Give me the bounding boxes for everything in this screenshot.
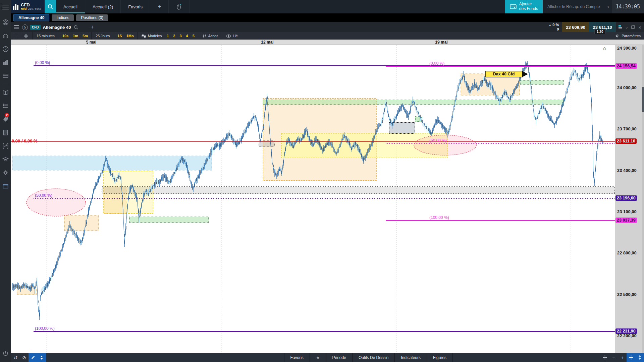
chart-scrollbar[interactable]: [642, 45, 644, 353]
news-icon: [2, 129, 9, 136]
account-mode: CFD: [21, 3, 42, 7]
template-3-button[interactable]: 3: [177, 32, 183, 40]
buy-order-button[interactable]: Achat: [200, 32, 220, 40]
indicators-button[interactable]: Indicateurs: [394, 353, 427, 362]
sell-price-button[interactable]: 23 609,90: [562, 22, 589, 32]
erase-drawing-icon[interactable]: ⊘: [20, 353, 29, 362]
drawn-zone[interactable]: [259, 141, 274, 147]
tf-10s-button[interactable]: 10s: [60, 32, 70, 40]
drawn-zone[interactable]: [129, 217, 209, 223]
sidebar-item-support[interactable]: [0, 29, 11, 42]
sidebar-item-account[interactable]: [0, 15, 11, 29]
zoom-out-button[interactable]: −: [609, 353, 618, 362]
sidebar-item-stats[interactable]: [0, 56, 11, 69]
zoom-in-button[interactable]: +: [618, 353, 627, 362]
sidebar-item-settings[interactable]: [0, 166, 11, 179]
crosshair-icon[interactable]: [627, 353, 635, 362]
minimize-window-icon[interactable]: ⌄: [625, 25, 628, 29]
sidebar-item-offers[interactable]: 2: [0, 112, 11, 126]
chart-settings-button[interactable]: Paramètres: [615, 34, 644, 38]
sidebar-item-logout[interactable]: [0, 347, 11, 360]
linked-toggle[interactable]: Lié: [223, 32, 240, 40]
chart-window-header: 5 CFD Allemagne 40 + ▲ 0 % 0 23 609,90 2…: [11, 22, 644, 32]
template-1-button[interactable]: 1: [165, 32, 171, 40]
fit-vertical-icon[interactable]: [635, 353, 644, 362]
scrollbar-thumb[interactable]: [642, 87, 644, 112]
collapse-header-button[interactable]: ‹: [604, 0, 611, 13]
account-summary-link[interactable]: Afficher le Récap. du Compte: [543, 0, 605, 13]
price-tick-label: 24 300,00: [617, 46, 637, 51]
tf-1m-button[interactable]: 1m: [71, 32, 80, 40]
templates-button[interactable]: Modèles: [139, 32, 165, 40]
sidebar-item-markets[interactable]: [0, 139, 11, 153]
tab-accueil[interactable]: Accueil: [56, 0, 85, 13]
undo-icon[interactable]: ↺: [11, 353, 20, 362]
tab-allemagne-40[interactable]: Allemagne 40: [13, 14, 49, 21]
price-level-badge: 24 156,54: [615, 63, 637, 69]
reset-view-home-icon[interactable]: ⌂: [603, 45, 606, 51]
sidebar-item-workspace[interactable]: [0, 179, 11, 193]
drawing-tools-button[interactable]: Outils De Dessin: [352, 353, 394, 362]
draw-mode-icon[interactable]: [29, 353, 37, 362]
drawn-zone[interactable]: [263, 100, 564, 105]
cursor-mode-icon[interactable]: [37, 353, 46, 362]
trading-platform: { "topbar": { "brand": "CFD", "account_t…: [0, 0, 644, 362]
pan-chart-icon[interactable]: [600, 353, 609, 362]
favorites-star-button[interactable]: ★: [310, 353, 326, 362]
popout-window-icon[interactable]: [631, 25, 635, 30]
price-level-badge: 23 196,60: [615, 195, 637, 201]
tab-favoris[interactable]: Favoris: [121, 0, 150, 13]
fib-percent-label: (100,00 %): [35, 326, 55, 331]
drawn-zone[interactable]: [102, 187, 615, 194]
sidebar-item-watchlist[interactable]: [0, 99, 11, 112]
period-button[interactable]: Période: [326, 353, 352, 362]
template-4-button[interactable]: 4: [184, 32, 190, 40]
instrument-search-icon[interactable]: [73, 25, 78, 30]
drawn-zone[interactable]: [520, 80, 564, 84]
data-list-button[interactable]: [11, 32, 21, 40]
date-label: 5 mai: [86, 40, 97, 45]
tab-accueil-2[interactable]: Accueil (2): [85, 0, 121, 13]
tab-indices[interactable]: Indices: [52, 14, 74, 21]
timeframe-dropdown[interactable]: 15 minutes: [34, 32, 57, 40]
drawn-ellipse[interactable]: [26, 189, 86, 216]
range-1mo-button[interactable]: 1Mo: [124, 32, 136, 40]
sidebar-item-brochure[interactable]: [0, 85, 11, 99]
template-5-button[interactable]: 5: [191, 32, 197, 40]
order-book-icon[interactable]: [619, 25, 622, 29]
add-workspace-tab-button[interactable]: +: [150, 0, 169, 13]
instrument-tab-bar: Allemagne 40 Indices Positions (0): [11, 13, 644, 22]
close-window-icon[interactable]: ×: [638, 24, 641, 30]
main-menu-icon[interactable]: [2, 3, 9, 11]
sidebar-item-payments[interactable]: [0, 69, 11, 82]
figures-button[interactable]: Figures: [427, 353, 453, 362]
add-funds-button[interactable]: Ajouterdes Fonds: [505, 0, 543, 13]
chart-menu-icon[interactable]: [14, 24, 19, 30]
chart-canvas[interactable]: Dax 40 Cfd 5 mai12 mai19 mai 24 300,0024…: [11, 40, 644, 353]
layout-button[interactable]: [21, 32, 31, 40]
add-funds-label: Ajouterdes Fonds: [519, 2, 538, 11]
range-1w-button[interactable]: 1S: [115, 32, 124, 40]
fib-percent-label: (100,00 %): [429, 215, 449, 220]
sidebar-item-education[interactable]: [0, 153, 11, 166]
tf-5m-button[interactable]: 5m: [80, 32, 90, 40]
drawn-zone[interactable]: [12, 156, 212, 170]
global-search-button[interactable]: [45, 0, 56, 13]
price-level-badge: 23 611,10: [615, 138, 637, 144]
sidebar-item-news[interactable]: [0, 126, 11, 139]
candlestick-icon: [202, 34, 207, 38]
window-icon: [2, 183, 9, 189]
add-instrument-tab-button[interactable]: +: [87, 24, 97, 30]
sidebar-item-help[interactable]: ?: [0, 42, 11, 56]
template-2-button[interactable]: 2: [171, 32, 177, 40]
range-dropdown[interactable]: 25 Jours: [93, 32, 112, 40]
time-axis[interactable]: 5 mai12 mai19 mai: [11, 40, 644, 45]
tab-positions[interactable]: Positions (0): [76, 14, 108, 21]
account-block[interactable]: CFD Réel 21978566: [11, 0, 45, 13]
trend-icon: [2, 143, 9, 149]
price-chart[interactable]: Dax 40 Cfd: [11, 40, 644, 353]
mouse-icon: [176, 4, 182, 10]
favorites-button[interactable]: Favoris: [284, 353, 310, 362]
mouse-settings-tab[interactable]: [169, 0, 190, 13]
price-axis[interactable]: 24 300,0024 000,0023 700,0023 400,0023 1…: [615, 45, 644, 353]
